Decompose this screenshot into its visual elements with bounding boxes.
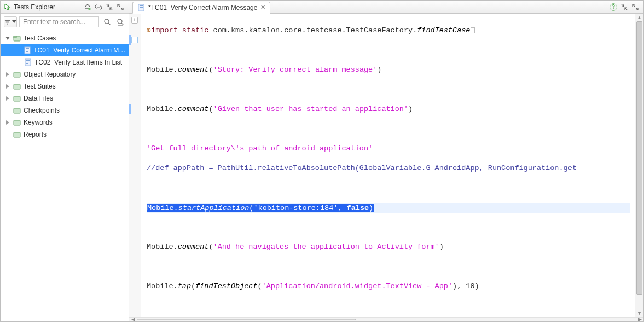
- svg-rect-20: [14, 120, 20, 125]
- editor-tab-tc01[interactable]: *TC01_Verify Correct Alarm Message ✕: [132, 2, 270, 14]
- testcase-icon: [24, 46, 31, 55]
- scroll-up-arrow[interactable]: ▲: [635, 14, 643, 21]
- advanced-search-icon[interactable]: [115, 17, 125, 27]
- code-text: Mobile.: [147, 105, 178, 113]
- svg-rect-1: [5, 20, 10, 21]
- code-text: Mobile.: [147, 282, 178, 290]
- keyword: false: [347, 204, 369, 212]
- scroll-thumb[interactable]: [636, 21, 642, 295]
- string: 'Application/android.widget.TextView - A…: [262, 282, 452, 290]
- tab-label: *TC01_Verify Correct Alarm Message: [148, 4, 257, 11]
- svg-rect-21: [14, 132, 20, 137]
- svg-rect-9: [26, 48, 29, 49]
- tree-label: Data Files: [24, 95, 53, 102]
- expander-icon[interactable]: [4, 34, 11, 42]
- maximize-icon[interactable]: [115, 2, 125, 12]
- expander-icon[interactable]: [4, 83, 11, 90]
- method: comment: [178, 243, 209, 251]
- svg-rect-13: [26, 60, 30, 61]
- explorer-header: Tests Explorer: [1, 1, 129, 14]
- folded-ellipsis-icon[interactable]: [471, 27, 475, 33]
- svg-rect-7: [14, 36, 16, 38]
- gutter[interactable]: + −: [129, 14, 141, 317]
- change-marker: [129, 35, 131, 45]
- folder-icon: [13, 82, 21, 91]
- svg-rect-16: [14, 72, 20, 77]
- tree-node-test-suites[interactable]: Test Suites: [1, 80, 129, 92]
- svg-rect-18: [14, 96, 20, 101]
- svg-rect-10: [26, 50, 29, 50]
- folder-icon: [13, 130, 21, 139]
- tree-node-tc01[interactable]: TC01_Verify Correct Alarm Message: [1, 44, 129, 56]
- code-area: + − ⊕import static com.kms.katalon.core.…: [129, 14, 643, 317]
- help-icon: ?: [610, 3, 617, 11]
- search-placeholder: Enter text to search...: [23, 18, 85, 26]
- search-row: Enter text to search...: [1, 14, 129, 30]
- method: comment: [178, 66, 209, 74]
- expander-icon[interactable]: [4, 71, 11, 78]
- search-input[interactable]: Enter text to search...: [19, 16, 99, 27]
- collapse-all-button[interactable]: [83, 2, 92, 12]
- tree-label: Keywords: [24, 119, 53, 126]
- method: startApplication: [178, 204, 250, 212]
- expander-icon[interactable]: [4, 95, 11, 102]
- svg-rect-23: [140, 5, 143, 6]
- svg-point-5: [118, 19, 122, 24]
- fold-marker[interactable]: −: [131, 37, 138, 43]
- keyword: import: [151, 26, 178, 34]
- comment: //def appPath = PathUtil.relativeToAbsol…: [147, 164, 577, 172]
- tree-label: TC02_Verify Last Items In List: [34, 58, 122, 66]
- svg-point-4: [105, 19, 109, 24]
- testcase-icon: [137, 4, 145, 11]
- tree-node-reports[interactable]: Reports: [1, 128, 129, 140]
- tree-node-object-repository[interactable]: Object Repository: [1, 68, 129, 80]
- svg-point-0: [88, 8, 90, 10]
- tests-explorer-panel: Tests Explorer Enter text to search...: [1, 1, 129, 321]
- maximize-icon[interactable]: [630, 2, 640, 12]
- code-text: ): [369, 204, 373, 212]
- expand-imports-marker[interactable]: +: [131, 17, 138, 24]
- help-button[interactable]: ?: [608, 2, 618, 12]
- restore-icon[interactable]: [619, 2, 629, 12]
- scroll-right-arrow[interactable]: ▶: [636, 318, 643, 321]
- method: findTestCase: [417, 26, 470, 34]
- close-icon[interactable]: ✕: [260, 4, 265, 11]
- tree-label: Checkpoints: [24, 107, 60, 114]
- code-text: Mobile.: [147, 243, 178, 251]
- selected-line: Mobile.startApplication('kobiton-store:1…: [147, 203, 630, 213]
- code-text: Mobile.: [147, 66, 178, 74]
- svg-rect-3: [7, 23, 8, 24]
- testcase-icon: [24, 58, 32, 67]
- folder-icon: [13, 106, 21, 115]
- tree-label: Object Repository: [24, 71, 76, 78]
- scroll-down-arrow[interactable]: ▼: [635, 309, 643, 317]
- tree-label: Reports: [24, 131, 47, 138]
- folder-icon: [13, 34, 21, 43]
- expander-icon[interactable]: [4, 119, 11, 126]
- change-marker: [129, 104, 131, 114]
- scroll-thumb[interactable]: [137, 319, 356, 320]
- project-tree: Test Cases TC01_Verify Correct Alarm Mes…: [1, 30, 129, 321]
- code-editor[interactable]: ⊕import static com.kms.katalon.core.test…: [141, 14, 635, 317]
- link-editor-button[interactable]: [94, 2, 103, 12]
- string: 'Story: Verify correct alarm message': [213, 66, 378, 74]
- minimize-icon[interactable]: [105, 2, 114, 12]
- folder-icon: [13, 94, 21, 103]
- comment: 'Get full directory\'s path of android a…: [147, 144, 373, 153]
- code-text: com.kms.katalon.core.testcase.TestCaseFa…: [208, 26, 417, 34]
- string: 'Given that user has started an applicat…: [213, 105, 408, 113]
- search-icon[interactable]: [102, 17, 112, 27]
- text-caret: [374, 203, 374, 212]
- horizontal-scrollbar[interactable]: ◀ ▶: [129, 317, 643, 321]
- tree-node-test-cases[interactable]: Test Cases: [1, 32, 129, 44]
- scroll-left-arrow[interactable]: ◀: [129, 318, 137, 321]
- method: findTestObject: [195, 282, 257, 290]
- tree-node-data-files[interactable]: Data Files: [1, 92, 129, 104]
- filter-dropdown-button[interactable]: [4, 16, 17, 27]
- tree-node-tc02[interactable]: TC02_Verify Last Items In List: [1, 56, 129, 68]
- tree-node-keywords[interactable]: Keywords: [1, 116, 129, 128]
- svg-rect-15: [26, 63, 28, 64]
- vertical-scrollbar[interactable]: ▲ ▼: [635, 14, 643, 317]
- import-marker: ⊕: [147, 26, 151, 34]
- tree-node-checkpoints[interactable]: Checkpoints: [1, 104, 129, 116]
